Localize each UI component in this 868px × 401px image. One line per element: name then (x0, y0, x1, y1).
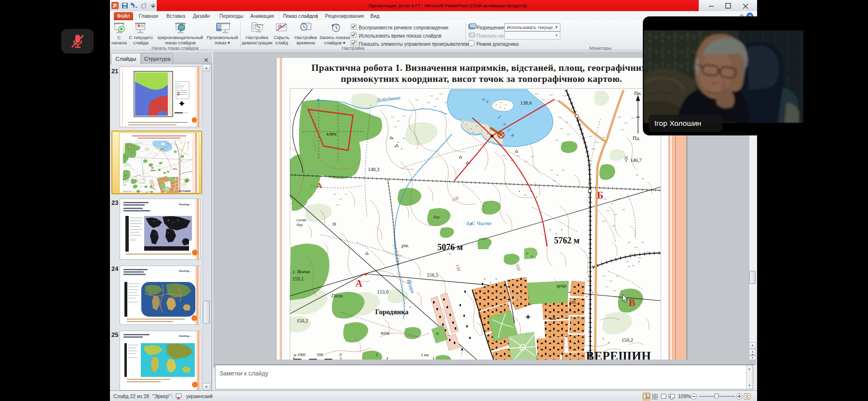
svg-text:Geolog…: Geolog… (179, 203, 192, 206)
svg-text:Geolog…: Geolog… (179, 269, 192, 272)
svg-text:P: P (113, 3, 117, 9)
svg-text:Geolog…: Geolog… (179, 334, 192, 337)
